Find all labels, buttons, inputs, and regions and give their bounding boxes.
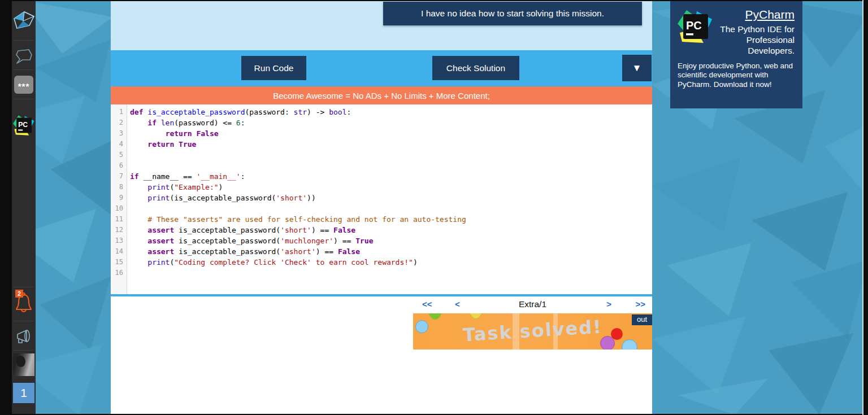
window-frame-left — [0, 0, 12, 415]
banner-purple-dot — [600, 336, 615, 350]
chat-bubble-icon — [14, 48, 33, 65]
code-line[interactable]: 5 — [111, 150, 652, 160]
window-frame-right — [863, 0, 868, 415]
line-number: 8 — [111, 182, 127, 193]
window-frame-top — [0, 0, 868, 1]
editor-toolbar: Run Code Check Solution ▼ — [111, 50, 652, 86]
code-line[interactable]: 6 — [111, 160, 652, 171]
notifications-button[interactable]: 2 — [12, 290, 36, 317]
check-solution-button[interactable]: Check Solution — [432, 56, 519, 80]
megaphone-icon — [14, 328, 34, 345]
code-line[interactable]: 16 — [111, 268, 652, 278]
task-solved-text: Task solved! — [413, 313, 652, 349]
ad-body-text: Enjoy productive Python, web and scienti… — [678, 62, 795, 90]
line-number: 9 — [111, 193, 127, 203]
console-output-area: << < Extra/1 > >> Task solved! out — [111, 296, 652, 415]
code-line[interactable]: 12 assert is_acceptable_password('short'… — [111, 225, 652, 235]
code-line[interactable]: 2 if len(password) <= 6: — [111, 117, 652, 128]
password-tool-button[interactable]: *** — [12, 73, 36, 96]
level-indicator[interactable]: 1 — [12, 382, 36, 404]
profile-button[interactable] — [12, 352, 36, 377]
code-line[interactable]: 9 print(is_acceptable_password('short')) — [111, 193, 652, 203]
editor-options-dropdown-button[interactable]: ▼ — [622, 55, 652, 81]
code-line[interactable]: 15 print("Coding complete? Click 'Check'… — [111, 257, 652, 268]
code-line[interactable]: 10 — [111, 203, 652, 214]
results-pagination: << < Extra/1 > >> — [413, 298, 652, 312]
out-tab[interactable]: out — [632, 314, 652, 325]
ad-title-link[interactable]: PyCharm — [713, 8, 795, 21]
line-number: 1 — [111, 107, 127, 117]
pycharm-sidebar-button[interactable]: PC — [12, 113, 36, 138]
user-avatar — [13, 353, 34, 376]
code-line[interactable]: 13 assert is_acceptable_password('muchlo… — [111, 235, 652, 246]
line-number: 2 — [111, 117, 127, 128]
sidebar-separator — [14, 287, 34, 287]
pycharm-ad[interactable]: PC PyCharm The Python IDE for Profession… — [670, 1, 802, 108]
svg-text:PC: PC — [18, 121, 28, 129]
line-number: 13 — [111, 235, 127, 246]
pagination-last-button[interactable]: >> — [635, 299, 645, 309]
code-line[interactable]: 4 return True — [111, 139, 652, 150]
pagination-label: Extra/1 — [413, 299, 652, 309]
level-badge: 1 — [13, 383, 34, 403]
code-editor[interactable]: 1def is_acceptable_password(password: st… — [111, 104, 652, 294]
code-line[interactable]: 11 # These "asserts" are used for self-c… — [111, 214, 652, 225]
code-line[interactable]: 7if __name__ == '__main__': — [111, 171, 652, 182]
result-widget: << < Extra/1 > >> Task solved! out — [413, 298, 652, 350]
chevron-down-icon: ▼ — [632, 63, 642, 74]
line-number: 7 — [111, 171, 127, 182]
sidebar-separator — [14, 99, 34, 99]
notification-badge: 2 — [15, 290, 23, 298]
no-idea-hint-button[interactable]: I have no idea how to start solving this… — [383, 2, 642, 25]
sidebar-separator — [14, 40, 34, 41]
checkio-fox-icon — [12, 10, 35, 30]
comments-button[interactable] — [12, 44, 36, 69]
line-number: 14 — [111, 246, 127, 257]
line-number: 3 — [111, 128, 127, 139]
pycharm-icon: PC — [678, 9, 713, 44]
mission-header: I have no idea how to start solving this… — [111, 1, 652, 50]
banner-yellow-dot — [468, 313, 483, 319]
line-number: 11 — [111, 214, 127, 225]
banner-green-dot — [428, 313, 442, 320]
banner-blue-dot — [622, 339, 637, 350]
pagination-next-button[interactable]: > — [606, 299, 611, 309]
code-line[interactable]: 14 assert is_acceptable_password('ashort… — [111, 246, 652, 257]
pycharm-icon: PC — [13, 115, 34, 136]
run-code-button[interactable]: Run Code — [241, 56, 306, 80]
asterisks-icon: *** — [14, 76, 33, 94]
become-awesome-promo-link[interactable]: Become Awesome = No ADs + No Limits + Mo… — [111, 86, 652, 104]
line-number: 16 — [111, 268, 127, 278]
code-lines: 1def is_acceptable_password(password: st… — [111, 104, 652, 278]
line-number: 6 — [111, 160, 127, 171]
line-number: 4 — [111, 139, 127, 150]
line-number: 15 — [111, 257, 127, 268]
sidebar-separator — [14, 69, 34, 70]
code-line[interactable]: 3 return False — [111, 128, 652, 139]
mission-panel: I have no idea how to start solving this… — [111, 1, 652, 415]
checkio-logo-button[interactable] — [12, 8, 36, 33]
code-line[interactable]: 1def is_acceptable_password(password: st… — [111, 107, 652, 117]
code-line[interactable]: 8 print("Example:") — [111, 182, 652, 193]
sidebar-separator — [14, 321, 34, 321]
line-number: 5 — [111, 150, 127, 160]
line-number: 12 — [111, 225, 127, 235]
task-solved-banner[interactable]: Task solved! out — [413, 313, 652, 350]
sidebar-separator — [14, 350, 34, 351]
announcements-button[interactable] — [12, 324, 36, 349]
svg-text:PC: PC — [686, 19, 702, 32]
ad-subtitle: The Python IDE for Professional Develope… — [713, 24, 795, 56]
pycharm-ad-logo: PC — [678, 9, 713, 56]
left-sidebar: *** PC 2 — [12, 1, 36, 414]
line-number: 10 — [111, 203, 127, 214]
